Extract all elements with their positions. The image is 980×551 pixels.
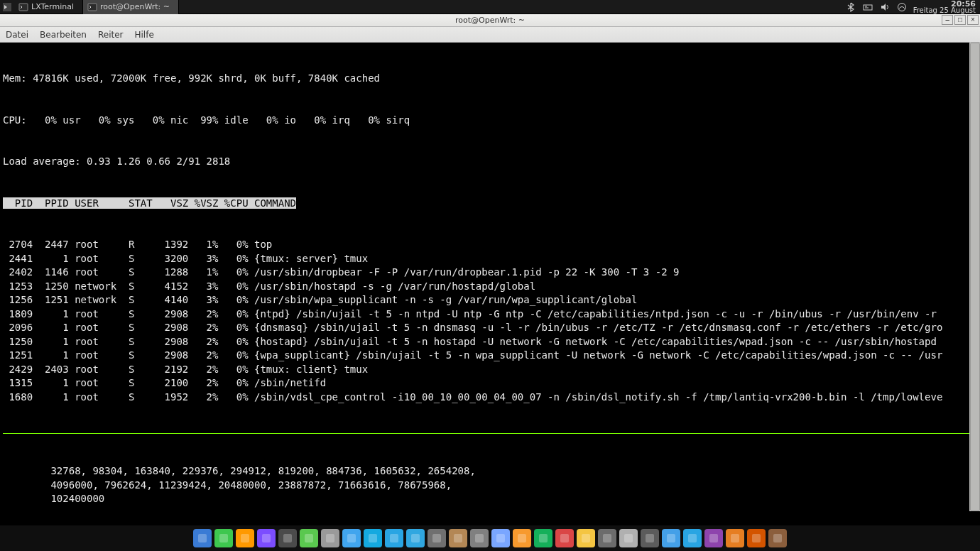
dock-app-icon[interactable] [385, 529, 403, 547]
svg-rect-23 [582, 534, 590, 542]
svg-rect-28 [688, 534, 697, 542]
svg-rect-10 [305, 534, 313, 542]
task-tab-openwrt[interactable]: root@OpenWrt: ~ [83, 0, 179, 14]
dock-app-icon[interactable] [342, 529, 361, 547]
svg-rect-20 [518, 534, 526, 542]
dock-app-icon[interactable] [704, 529, 723, 547]
process-row: 1253 1250 network S 4152 3% 0% /usr/sbin… [3, 280, 977, 294]
dock-app-icon[interactable] [555, 529, 574, 547]
app-menu-icon[interactable] [0, 0, 14, 14]
svg-rect-9 [283, 534, 292, 542]
dock-app-icon[interactable] [513, 529, 531, 547]
svg-rect-30 [731, 534, 739, 542]
dock-app-icon[interactable] [683, 529, 702, 547]
top-cpu-line: CPU: 0% usr 0% sys 0% nic 99% idle 0% io… [3, 114, 977, 128]
svg-rect-18 [475, 534, 484, 542]
dock-app-icon[interactable] [406, 529, 425, 547]
menubar: Datei Bearbeiten Reiter Hilfe [0, 27, 980, 43]
dock-app-icon[interactable] [214, 529, 233, 547]
dock-app-icon[interactable] [193, 529, 212, 547]
dock-app-icon[interactable] [534, 529, 552, 547]
dock-app-icon[interactable] [300, 529, 318, 547]
process-row: 1250 1 root S 2908 2% 0% {hostapd} /sbin… [3, 335, 977, 349]
dock-app-icon[interactable] [768, 529, 787, 547]
svg-rect-6 [219, 534, 228, 542]
menu-hilfe[interactable]: Hilfe [135, 30, 154, 40]
svg-rect-11 [326, 534, 334, 542]
dock-app-icon[interactable] [278, 529, 297, 547]
svg-rect-16 [432, 534, 441, 542]
bluetooth-icon[interactable] [845, 1, 856, 13]
clock[interactable]: 20:56 Freitag 25 August [913, 1, 976, 13]
svg-rect-5 [198, 534, 207, 542]
window-titlebar[interactable]: root@OpenWrt: ~ ‒ □ × [0, 14, 980, 27]
network-icon[interactable] [862, 1, 873, 13]
svg-rect-12 [347, 534, 356, 542]
svg-rect-24 [603, 534, 611, 542]
terminal-viewport[interactable]: Mem: 47816K used, 72000K free, 992K shrd… [0, 43, 980, 511]
svg-rect-31 [752, 534, 761, 542]
menu-bearbeiten[interactable]: Bearbeiten [40, 30, 87, 40]
process-row: 2429 2403 root S 2192 2% 0% {tmux: clien… [3, 363, 977, 377]
terminal-icon [18, 2, 28, 12]
process-row: 2402 1146 root S 1288 1% 0% /usr/sbin/dr… [3, 266, 977, 280]
svg-rect-21 [539, 534, 548, 542]
dock-app-icon[interactable] [598, 529, 616, 547]
menu-reiter[interactable]: Reiter [98, 30, 124, 40]
dock-app-icon[interactable] [321, 529, 339, 547]
desktop-taskbar: LXTerminal root@OpenWrt: ~ 20:56 Freitag… [0, 0, 980, 14]
bottom-pane: 32768, 98304, 163840, 229376, 294912, 81… [3, 464, 977, 511]
pane-separator[interactable] [3, 433, 977, 434]
process-row: 2704 2447 root R 1392 1% 0% top [3, 238, 977, 252]
dock-app-icon[interactable] [364, 529, 382, 547]
minimize-button[interactable]: ‒ [942, 15, 953, 25]
dock-app-icon[interactable] [747, 529, 766, 547]
dock-app-icon[interactable] [470, 529, 489, 547]
dock-app-icon[interactable] [257, 529, 276, 547]
maximize-button[interactable]: □ [954, 15, 966, 25]
menu-datei[interactable]: Datei [6, 30, 28, 40]
svg-rect-2 [88, 4, 97, 11]
svg-rect-29 [709, 534, 718, 542]
top-mem-line: Mem: 47816K used, 72000K free, 992K shrd… [3, 72, 977, 86]
dock-app-icon[interactable] [449, 529, 467, 547]
svg-rect-13 [369, 534, 377, 542]
process-row: 2096 1 root S 2908 2% 0% {dnsmasq} /sbin… [3, 321, 977, 335]
vertical-scrollbar[interactable] [969, 43, 980, 511]
task-tab-label: LXTerminal [31, 2, 74, 11]
close-button[interactable]: × [967, 15, 979, 25]
svg-rect-1 [19, 4, 28, 11]
dock [0, 525, 980, 551]
dock-app-icon[interactable] [662, 529, 680, 547]
dock-app-icon[interactable] [236, 529, 254, 547]
process-row: 1315 1 root S 2100 2% 0% /sbin/netifd [3, 376, 977, 391]
process-row: 1256 1251 network S 4140 3% 0% /usr/sbin… [3, 293, 977, 307]
svg-rect-19 [496, 534, 505, 542]
task-tab-label: root@OpenWrt: ~ [100, 2, 170, 11]
dock-app-icon[interactable] [619, 529, 638, 547]
dock-app-icon[interactable] [726, 529, 744, 547]
dock-app-icon[interactable] [641, 529, 659, 547]
window-title: root@OpenWrt: ~ [455, 16, 525, 25]
svg-rect-8 [262, 534, 271, 542]
task-tab-lxterminal[interactable]: LXTerminal [14, 0, 83, 14]
svg-rect-27 [667, 534, 675, 542]
process-row: 1809 1 root S 2908 2% 0% {ntpd} /sbin/uj… [3, 307, 977, 322]
power-icon[interactable] [896, 1, 908, 13]
svg-rect-22 [560, 534, 569, 542]
top-load-line: Load average: 0.93 1.26 0.66 2/91 2818 [3, 155, 977, 169]
volume-icon[interactable] [879, 1, 891, 13]
terminal-window: root@OpenWrt: ~ ‒ □ × Datei Bearbeiten R… [0, 14, 980, 511]
svg-rect-14 [390, 534, 398, 542]
dock-app-icon[interactable] [491, 529, 510, 547]
process-list: 2704 2447 root R 1392 1% 0% top 2441 1 r… [3, 238, 977, 404]
svg-rect-25 [624, 534, 633, 542]
dock-app-icon[interactable] [577, 529, 595, 547]
terminal-line [3, 506, 977, 512]
process-row: 1680 1 root S 1952 2% 0% /sbin/vdsl_cpe_… [3, 391, 977, 405]
scrollbar-thumb[interactable] [970, 43, 980, 511]
dock-app-icon[interactable] [428, 529, 446, 547]
top-header-line: PID PPID USER STAT VSZ %VSZ %CPU COMMAND [3, 197, 977, 211]
terminal-icon [87, 2, 97, 12]
svg-rect-32 [773, 534, 782, 542]
